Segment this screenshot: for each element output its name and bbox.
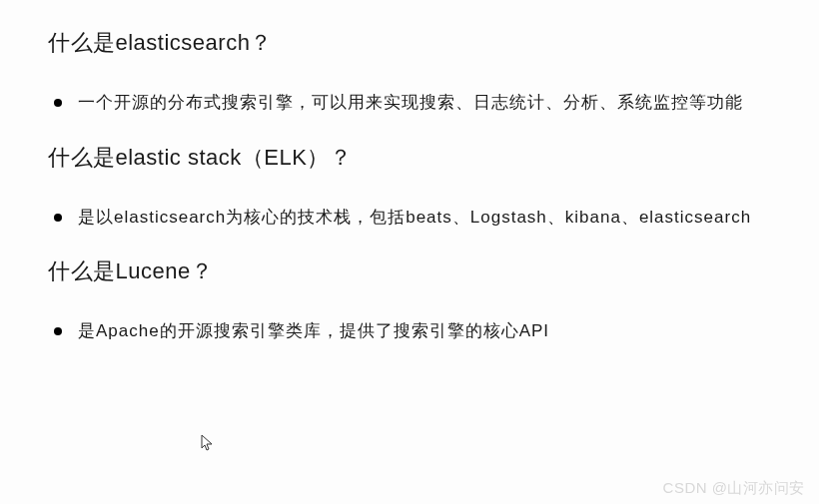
heading-elasticsearch: 什么是elasticsearch？ <box>48 28 771 58</box>
heading-elk: 什么是elastic stack（ELK）？ <box>48 143 771 173</box>
heading-lucene: 什么是Lucene？ <box>48 256 771 286</box>
list-item: 是Apache的开源搜索引擎类库，提供了搜索引擎的核心API <box>78 310 771 353</box>
list-item: 是以elasticsearch为核心的技术栈，包括beats、Logstash、… <box>78 197 771 240</box>
watermark: CSDN @山河亦问安 <box>663 479 805 498</box>
list-item: 一个开源的分布式搜索引擎，可以用来实现搜索、日志统计、分析、系统监控等功能 <box>78 82 771 125</box>
section-elasticsearch: 什么是elasticsearch？ 一个开源的分布式搜索引擎，可以用来实现搜索、… <box>48 28 771 125</box>
section-elk: 什么是elastic stack（ELK）？ 是以elasticsearch为核… <box>48 143 771 240</box>
cursor-icon <box>201 434 215 452</box>
bullet-list: 是Apache的开源搜索引擎类库，提供了搜索引擎的核心API <box>48 310 771 353</box>
bullet-list: 一个开源的分布式搜索引擎，可以用来实现搜索、日志统计、分析、系统监控等功能 <box>48 82 771 125</box>
bullet-list: 是以elasticsearch为核心的技术栈，包括beats、Logstash、… <box>48 197 771 240</box>
section-lucene: 什么是Lucene？ 是Apache的开源搜索引擎类库，提供了搜索引擎的核心AP… <box>48 256 771 353</box>
